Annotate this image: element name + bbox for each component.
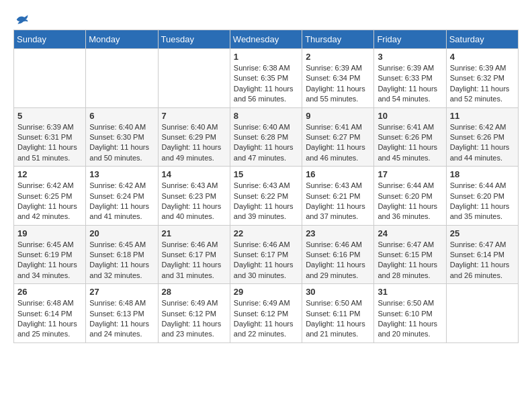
day-number: 8 [234,111,298,121]
day-info: Sunrise: 6:38 AM Sunset: 6:35 PM Dayligh… [234,63,298,105]
calendar-cell: 4Sunrise: 6:39 AM Sunset: 6:32 PM Daylig… [446,49,518,108]
calendar-cell: 27Sunrise: 6:48 AM Sunset: 6:13 PM Dayli… [86,284,158,343]
calendar-cell [14,49,86,108]
day-info: Sunrise: 6:42 AM Sunset: 6:26 PM Dayligh… [450,122,515,164]
calendar-cell: 6Sunrise: 6:40 AM Sunset: 6:30 PM Daylig… [86,107,158,167]
calendar-cell: 15Sunrise: 6:43 AM Sunset: 6:22 PM Dayli… [230,167,302,226]
calendar-cell: 16Sunrise: 6:43 AM Sunset: 6:21 PM Dayli… [302,167,374,226]
calendar-cell: 7Sunrise: 6:40 AM Sunset: 6:29 PM Daylig… [158,107,230,167]
day-info: Sunrise: 6:41 AM Sunset: 6:27 PM Dayligh… [306,122,370,164]
calendar-cell: 31Sunrise: 6:50 AM Sunset: 6:10 PM Dayli… [374,284,446,343]
day-info: Sunrise: 6:45 AM Sunset: 6:18 PM Dayligh… [89,240,154,281]
day-info: Sunrise: 6:49 AM Sunset: 6:12 PM Dayligh… [162,298,226,340]
day-number: 1 [234,52,298,62]
day-number: 28 [162,287,226,297]
calendar-cell: 13Sunrise: 6:42 AM Sunset: 6:24 PM Dayli… [86,167,158,226]
weekday-header-wednesday: Wednesday [230,30,302,49]
calendar-cell [86,49,158,108]
calendar-cell [158,49,230,108]
day-info: Sunrise: 6:47 AM Sunset: 6:15 PM Dayligh… [378,240,442,281]
day-number: 9 [306,111,370,121]
day-info: Sunrise: 6:43 AM Sunset: 6:23 PM Dayligh… [162,181,226,222]
calendar-week-1: 1Sunrise: 6:38 AM Sunset: 6:35 PM Daylig… [14,49,519,108]
day-info: Sunrise: 6:46 AM Sunset: 6:17 PM Dayligh… [162,240,226,281]
day-number: 27 [89,287,154,297]
calendar-cell: 14Sunrise: 6:43 AM Sunset: 6:23 PM Dayli… [158,167,230,226]
calendar-table: SundayMondayTuesdayWednesdayThursdayFrid… [13,30,519,343]
day-number: 3 [378,52,442,62]
calendar-cell: 20Sunrise: 6:45 AM Sunset: 6:18 PM Dayli… [86,225,158,284]
day-info: Sunrise: 6:40 AM Sunset: 6:30 PM Dayligh… [89,122,154,164]
weekday-header-friday: Friday [374,30,446,49]
calendar-cell: 5Sunrise: 6:39 AM Sunset: 6:31 PM Daylig… [14,107,86,167]
calendar-week-5: 26Sunrise: 6:48 AM Sunset: 6:14 PM Dayli… [14,284,519,343]
calendar-cell: 3Sunrise: 6:39 AM Sunset: 6:33 PM Daylig… [374,49,446,108]
day-number: 30 [306,287,370,297]
day-info: Sunrise: 6:50 AM Sunset: 6:10 PM Dayligh… [378,298,442,340]
calendar-cell: 2Sunrise: 6:39 AM Sunset: 6:34 PM Daylig… [302,49,374,108]
day-info: Sunrise: 6:48 AM Sunset: 6:13 PM Dayligh… [89,298,154,340]
day-number: 13 [89,169,154,179]
day-number: 14 [162,169,226,179]
weekday-header-row: SundayMondayTuesdayWednesdayThursdayFrid… [14,30,519,49]
calendar-cell: 23Sunrise: 6:46 AM Sunset: 6:16 PM Dayli… [302,225,374,284]
day-info: Sunrise: 6:46 AM Sunset: 6:17 PM Dayligh… [234,240,298,281]
calendar-week-2: 5Sunrise: 6:39 AM Sunset: 6:31 PM Daylig… [14,107,519,167]
day-info: Sunrise: 6:44 AM Sunset: 6:20 PM Dayligh… [450,181,515,222]
day-number: 19 [17,228,82,238]
day-number: 21 [162,228,226,238]
calendar-cell: 30Sunrise: 6:50 AM Sunset: 6:11 PM Dayli… [302,284,374,343]
calendar-cell: 24Sunrise: 6:47 AM Sunset: 6:15 PM Dayli… [374,225,446,284]
day-info: Sunrise: 6:39 AM Sunset: 6:31 PM Dayligh… [17,122,82,164]
day-number: 10 [378,111,442,121]
weekday-header-thursday: Thursday [302,30,374,49]
logo [13,13,29,26]
day-info: Sunrise: 6:44 AM Sunset: 6:20 PM Dayligh… [378,181,442,222]
day-number: 31 [378,287,442,297]
calendar-cell: 25Sunrise: 6:47 AM Sunset: 6:14 PM Dayli… [446,225,518,284]
day-number: 22 [234,228,298,238]
day-info: Sunrise: 6:40 AM Sunset: 6:28 PM Dayligh… [234,122,298,164]
day-info: Sunrise: 6:50 AM Sunset: 6:11 PM Dayligh… [306,298,370,340]
weekday-header-monday: Monday [86,30,158,49]
day-info: Sunrise: 6:42 AM Sunset: 6:25 PM Dayligh… [17,181,82,222]
day-info: Sunrise: 6:43 AM Sunset: 6:21 PM Dayligh… [306,181,370,222]
day-number: 17 [378,169,442,179]
day-info: Sunrise: 6:47 AM Sunset: 6:14 PM Dayligh… [450,240,515,281]
day-info: Sunrise: 6:43 AM Sunset: 6:22 PM Dayligh… [234,181,298,222]
weekday-header-saturday: Saturday [446,30,518,49]
calendar-cell: 12Sunrise: 6:42 AM Sunset: 6:25 PM Dayli… [14,167,86,226]
day-number: 29 [234,287,298,297]
calendar-cell: 26Sunrise: 6:48 AM Sunset: 6:14 PM Dayli… [14,284,86,343]
calendar-cell: 10Sunrise: 6:41 AM Sunset: 6:26 PM Dayli… [374,107,446,167]
day-info: Sunrise: 6:48 AM Sunset: 6:14 PM Dayligh… [17,298,82,340]
day-number: 24 [378,228,442,238]
day-info: Sunrise: 6:39 AM Sunset: 6:33 PM Dayligh… [378,63,442,105]
calendar-cell: 11Sunrise: 6:42 AM Sunset: 6:26 PM Dayli… [446,107,518,167]
calendar-cell: 18Sunrise: 6:44 AM Sunset: 6:20 PM Dayli… [446,167,518,226]
day-info: Sunrise: 6:39 AM Sunset: 6:34 PM Dayligh… [306,63,370,105]
calendar-cell: 21Sunrise: 6:46 AM Sunset: 6:17 PM Dayli… [158,225,230,284]
calendar-week-3: 12Sunrise: 6:42 AM Sunset: 6:25 PM Dayli… [14,167,519,226]
day-number: 5 [17,111,82,121]
weekday-header-sunday: Sunday [14,30,86,49]
logo-bird-icon [15,13,29,26]
calendar-cell: 9Sunrise: 6:41 AM Sunset: 6:27 PM Daylig… [302,107,374,167]
day-number: 6 [89,111,154,121]
day-number: 18 [450,169,515,179]
calendar-week-4: 19Sunrise: 6:45 AM Sunset: 6:19 PM Dayli… [14,225,519,284]
day-info: Sunrise: 6:46 AM Sunset: 6:16 PM Dayligh… [306,240,370,281]
day-number: 4 [450,52,515,62]
day-number: 23 [306,228,370,238]
day-info: Sunrise: 6:41 AM Sunset: 6:26 PM Dayligh… [378,122,442,164]
page-header [13,13,519,26]
calendar-cell: 29Sunrise: 6:49 AM Sunset: 6:12 PM Dayli… [230,284,302,343]
day-number: 20 [89,228,154,238]
day-number: 26 [17,287,82,297]
calendar-cell: 1Sunrise: 6:38 AM Sunset: 6:35 PM Daylig… [230,49,302,108]
day-info: Sunrise: 6:49 AM Sunset: 6:12 PM Dayligh… [234,298,298,340]
day-info: Sunrise: 6:40 AM Sunset: 6:29 PM Dayligh… [162,122,226,164]
weekday-header-tuesday: Tuesday [158,30,230,49]
calendar-cell: 19Sunrise: 6:45 AM Sunset: 6:19 PM Dayli… [14,225,86,284]
calendar-cell [446,284,518,343]
